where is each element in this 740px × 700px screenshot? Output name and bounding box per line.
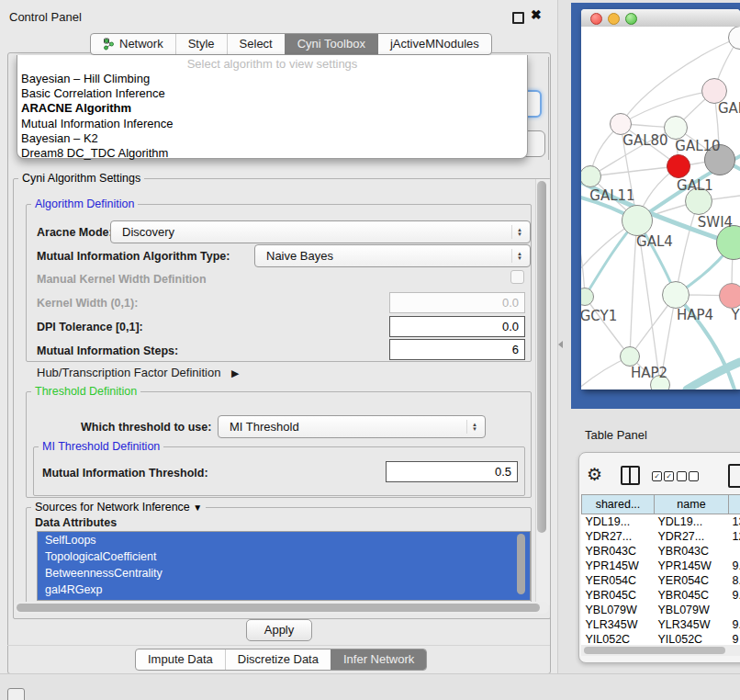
table-row[interactable]: YBR045CYBR045C9.	[582, 588, 740, 603]
attributes-scrollbar-thumb[interactable]	[517, 534, 525, 594]
table-cell	[729, 603, 740, 617]
sources-title: Sources for Network Inference	[35, 501, 190, 514]
minimize-traffic-light-icon[interactable]	[608, 13, 620, 25]
algorithm-option-mutual-information-inference[interactable]: Mutual Information Inference	[17, 117, 527, 131]
network-window-titlebar[interactable]	[581, 9, 740, 28]
table-cell: 12	[729, 529, 740, 544]
algorithm-select-popup: Select algorithm to view settings Bayesi…	[17, 55, 528, 159]
spinner-icon: ▲▼	[511, 249, 527, 263]
tab-jactivemnodules[interactable]: jActiveMNodules	[377, 34, 491, 54]
threshold-definition-title: Threshold Definition	[31, 385, 140, 398]
table-row[interactable]: YLR345WYLR345W9.	[582, 617, 740, 632]
table-cell: YER054C	[582, 573, 655, 588]
table-row[interactable]: YER054CYER054C8.	[582, 573, 740, 588]
which-threshold-select[interactable]: MI Threshold ▲▼	[218, 415, 486, 438]
tab-label: Network	[119, 34, 163, 54]
table-hscrollbar-thumb[interactable]	[584, 647, 725, 654]
attribute-item-topologicalcoefficient[interactable]: TopologicalCoefficient	[38, 548, 530, 565]
table-cell: 9.	[729, 617, 740, 632]
mi-type-select[interactable]: Naive Bayes ▲▼	[254, 244, 531, 267]
table-row[interactable]: YPR145WYPR145W9.	[582, 559, 740, 573]
column-header-shared[interactable]: shared...	[582, 495, 655, 514]
tab-network[interactable]: Network	[91, 34, 175, 54]
tab-cyni-toolbox[interactable]: Cyni Toolbox	[285, 34, 377, 54]
table-row[interactable]: YBL079WYBL079W	[582, 603, 740, 617]
divider	[7, 645, 550, 646]
hub-definition-toggle[interactable]: Hub/Transcription Factor Definition ▶	[37, 366, 239, 379]
attribute-item-betweennesscentrality[interactable]: BetweennessCentrality	[38, 565, 530, 581]
aracne-mode-label: Aracne Mode:	[37, 226, 113, 239]
node-label-gcy1: GCY1	[581, 308, 654, 324]
table-row[interactable]: YBR043CYBR043C	[582, 544, 740, 559]
sources-toggle[interactable]: Sources for Network Inference ▼	[31, 501, 206, 514]
network-node[interactable]	[667, 154, 690, 178]
table-cell	[729, 544, 740, 559]
table-row[interactable]: YIL052CYIL052C9	[582, 632, 740, 645]
close-icon[interactable]: ✖	[531, 7, 542, 22]
column-header-name[interactable]: name	[655, 495, 729, 514]
table-row[interactable]: YDL19...YDL19...13	[582, 514, 740, 530]
close-traffic-light-icon[interactable]	[590, 13, 602, 25]
data-attributes-list: SelfLoopsTopologicalCoefficientBetweenne…	[37, 531, 531, 601]
network-node[interactable]	[620, 346, 640, 367]
minimized-panel-icon[interactable]	[7, 688, 25, 700]
which-threshold-value: MI Threshold	[219, 420, 466, 434]
control-panel-title: Control Panel	[9, 10, 82, 24]
gear-icon[interactable]: ⚙	[587, 464, 602, 485]
network-icon	[103, 38, 115, 51]
algorithm-option-aracne-algorithm[interactable]: ARACNE Algorithm	[17, 101, 527, 116]
tab-label: Style	[188, 34, 215, 54]
settings-vscrollbar-thumb[interactable]	[537, 181, 546, 533]
algorithm-option-bayesian-k2[interactable]: Bayesian – K2	[17, 131, 527, 146]
columns-icon[interactable]	[621, 466, 640, 485]
bottom-tab-infer-network[interactable]: Infer Network	[331, 649, 426, 670]
table-cell: YBR045C	[582, 588, 655, 603]
manual-kernel-checkbox[interactable]	[510, 270, 524, 284]
table-cell: 8.	[729, 573, 740, 588]
unchecked-checkbox-icon[interactable]	[689, 471, 699, 481]
algorithm-option-dream8-dc-tdc-algorithm[interactable]: Dream8 DC_TDC Algorithm	[17, 146, 527, 161]
mi-threshold-title: MI Threshold Definition	[39, 440, 163, 453]
table-cell: YDL19...	[582, 514, 655, 530]
node-label-gal11: GAL11	[581, 187, 667, 204]
network-canvas[interactable]: GALGAL80GAL10GAL1GAL11SWI4GAL4HAP4YGCY1H…	[581, 27, 740, 390]
attribute-item-selfloops[interactable]: SelfLoops	[38, 532, 530, 548]
mi-steps-field[interactable]	[389, 339, 525, 360]
tab-select[interactable]: Select	[227, 34, 285, 54]
attribute-item-gal4rgexp[interactable]: gal4RGexp	[38, 581, 530, 598]
network-node[interactable]	[662, 281, 690, 309]
page-icon[interactable]	[728, 464, 740, 488]
aracne-mode-select[interactable]: Discovery ▲▼	[110, 220, 531, 243]
tab-label: Impute Data	[148, 649, 213, 670]
table-row[interactable]: YDR27...YDR27...12	[582, 529, 740, 544]
spinner-icon: ▲▼	[511, 225, 527, 239]
splitter-collapse-arrow[interactable]	[558, 341, 563, 348]
table-cell: YER054C	[655, 573, 729, 588]
network-node[interactable]	[719, 283, 740, 309]
apply-button[interactable]: Apply	[246, 619, 312, 641]
table-cell: YBL079W	[655, 603, 729, 617]
tab-style[interactable]: Style	[175, 34, 227, 54]
unchecked-checkbox-icon[interactable]	[677, 471, 687, 481]
app-root: { "icons": { "close": "✖", "hub_arrow": …	[0, 0, 740, 700]
algorithm-list: Bayesian – Hill ClimbingBasic Correlatio…	[17, 72, 527, 161]
bottom-tab-discretize-data[interactable]: Discretize Data	[225, 649, 331, 670]
mi-threshold-field[interactable]	[386, 461, 518, 482]
column-header-a[interactable]: A	[729, 495, 740, 514]
float-window-icon[interactable]	[512, 12, 524, 24]
algorithm-option-bayesian-hill-climbing[interactable]: Bayesian – Hill Climbing	[17, 72, 527, 86]
settings-hscrollbar-thumb[interactable]	[17, 604, 540, 612]
algorithm-option-basic-correlation-inference[interactable]: Basic Correlation Inference	[17, 86, 527, 101]
bottom-tab-impute-data[interactable]: Impute Data	[136, 649, 225, 670]
checked-checkbox-icon[interactable]: ✓	[652, 471, 662, 481]
chevron-right-icon: ▶	[231, 367, 239, 378]
dpi-tolerance-field[interactable]	[389, 316, 525, 337]
node-label-y: Y	[680, 307, 740, 323]
kernel-width-field[interactable]	[389, 292, 525, 313]
network-node[interactable]	[622, 205, 653, 236]
node-label-gal4: GAL4	[600, 233, 710, 250]
aracne-mode-value: Discovery	[111, 225, 511, 239]
checked-checkbox-icon[interactable]: ✓	[664, 471, 674, 481]
algorithm-popup-placeholder: Select algorithm to view settings	[17, 57, 527, 72]
zoom-traffic-light-icon[interactable]	[625, 13, 637, 25]
